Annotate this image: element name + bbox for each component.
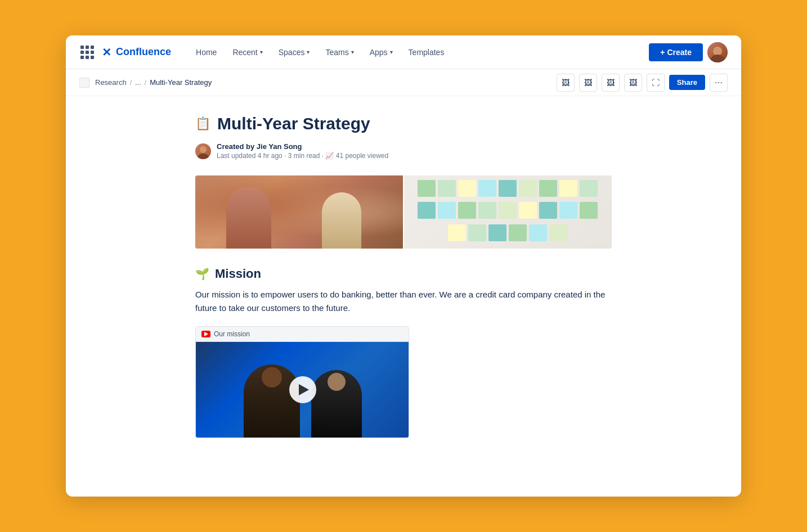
sticky-note	[438, 180, 456, 197]
sticky-note	[499, 202, 517, 219]
avatar-image	[707, 42, 728, 62]
nav-home[interactable]: Home	[189, 43, 223, 61]
logo-x-icon: ✕	[102, 46, 111, 59]
play-triangle-icon	[299, 384, 309, 395]
toolbar-img-icon-4[interactable]: 🖼	[624, 74, 642, 92]
sticky-note	[468, 224, 486, 241]
person-right-figure	[311, 370, 362, 438]
sticky-note	[478, 202, 496, 219]
sticky-note	[539, 202, 557, 219]
spaces-chevron-icon: ▾	[307, 49, 310, 55]
page-title-row: 📋 Multi-Year Strategy	[195, 114, 612, 133]
hero-images	[195, 175, 612, 249]
toolbar-img-icon-3[interactable]: 🖼	[602, 74, 620, 92]
sticky-note	[559, 180, 577, 197]
toolbar-more-icon[interactable]: ⋯	[710, 74, 728, 92]
avatar[interactable]	[707, 42, 728, 62]
hero-image-left	[195, 175, 403, 249]
teams-chevron-icon: ▾	[351, 49, 354, 55]
sticky-note	[539, 180, 557, 197]
author-info: Created by Jie Yan Song Last updated 4 h…	[217, 142, 388, 160]
sticky-note	[438, 202, 456, 219]
apps-chevron-icon: ▾	[390, 49, 393, 55]
play-button[interactable]	[289, 376, 316, 403]
page-icon	[79, 78, 89, 88]
figure-right	[322, 192, 361, 249]
logo-text: Confluence	[116, 46, 171, 58]
youtube-icon	[201, 331, 210, 337]
nav-recent[interactable]: Recent ▾	[226, 43, 269, 61]
page-title: Multi-Year Strategy	[217, 114, 370, 133]
sticky-note	[448, 224, 466, 241]
video-label-row: Our mission	[196, 327, 409, 342]
toolbar-icons: 🖼 🖼 🖼 🖼 ⛶ Share ⋯	[557, 74, 728, 92]
sticky-note	[458, 202, 476, 219]
figure-left	[226, 187, 271, 249]
author-name: Created by Jie Yan Song	[217, 142, 388, 151]
recent-chevron-icon: ▾	[260, 49, 263, 55]
mission-icon: 🌱	[195, 267, 209, 281]
author-avatar	[195, 143, 211, 159]
video-embed: Our mission	[195, 326, 409, 438]
sticky-note	[488, 224, 506, 241]
sticky-note	[418, 202, 436, 219]
sticky-note	[529, 224, 547, 241]
nav-spaces[interactable]: Spaces ▾	[272, 43, 317, 61]
youtube-play-triangle	[204, 332, 208, 336]
sticky-note	[458, 180, 476, 197]
breadcrumb-research[interactable]: Research	[95, 78, 127, 87]
toolbar-img-icon-2[interactable]: 🖼	[579, 74, 597, 92]
video-title: Our mission	[214, 330, 250, 338]
sticky-note	[519, 180, 537, 197]
sticky-note	[509, 224, 527, 241]
breadcrumb-bar: Research / ... / Multi-Year Strategy 🖼 🖼…	[66, 69, 741, 96]
sticky-note	[478, 180, 496, 197]
toolbar-img-icon-1[interactable]: 🖼	[557, 74, 575, 92]
sticky-note	[499, 180, 517, 197]
breadcrumb: Research / ... / Multi-Year Strategy	[79, 78, 212, 88]
nav-links: Home Recent ▾ Spaces ▾ Teams ▾ Apps ▾ Te…	[189, 43, 638, 61]
navbar: ✕ Confluence Home Recent ▾ Spaces ▾ Team…	[66, 35, 741, 69]
confluence-logo[interactable]: ✕ Confluence	[102, 46, 171, 59]
video-thumbnail[interactable]	[196, 342, 409, 438]
sticky-note	[549, 224, 567, 241]
author-meta: Last updated 4 hr ago · 3 min read · 📈 4…	[217, 152, 388, 160]
sticky-note	[519, 202, 537, 219]
sticky-note	[418, 180, 436, 197]
toolbar-expand-icon[interactable]: ⛶	[647, 74, 665, 92]
author-row: Created by Jie Yan Song Last updated 4 h…	[195, 142, 612, 160]
hero-image-right	[404, 175, 612, 249]
create-button[interactable]: + Create	[649, 43, 703, 61]
mission-text: Our mission is to empower users to do ba…	[195, 288, 612, 315]
grid-menu-icon[interactable]	[79, 44, 95, 60]
nav-teams[interactable]: Teams ▾	[319, 43, 360, 61]
person-left-figure	[244, 364, 300, 438]
breadcrumb-sep-1: /	[130, 79, 132, 87]
nav-templates[interactable]: Templates	[402, 43, 451, 61]
share-button[interactable]: Share	[669, 75, 705, 90]
nav-apps[interactable]: Apps ▾	[363, 43, 400, 61]
sticky-note	[580, 202, 598, 219]
mission-title-row: 🌱 Mission	[195, 267, 612, 281]
sticky-note	[559, 202, 577, 219]
mission-heading: Mission	[215, 267, 261, 281]
breadcrumb-ellipsis[interactable]: ...	[135, 78, 141, 87]
page-title-icon: 📋	[195, 116, 210, 131]
sticky-note	[580, 180, 598, 197]
page-content: 📋 Multi-Year Strategy Created by Jie Yan…	[150, 96, 657, 465]
breadcrumb-sep-2: /	[145, 79, 146, 87]
breadcrumb-current: Multi-Year Strategy	[150, 78, 212, 87]
